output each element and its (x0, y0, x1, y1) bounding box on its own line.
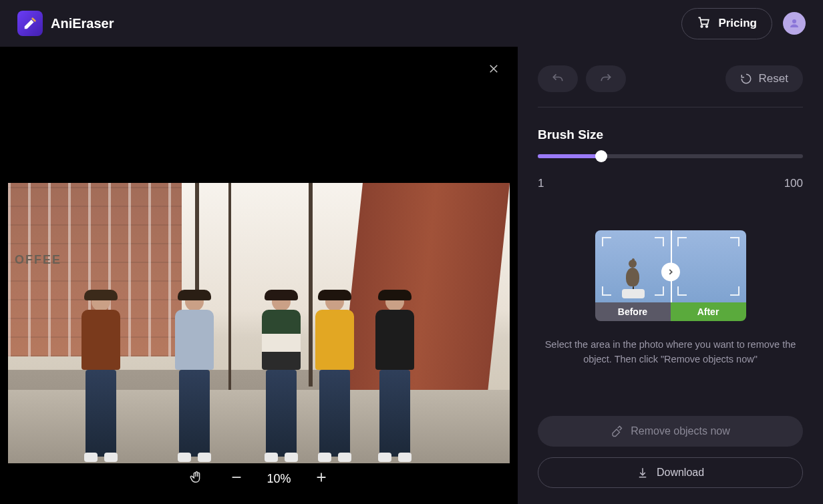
before-after-preview: Before After (595, 230, 746, 321)
close-canvas-button[interactable] (484, 60, 503, 79)
preview-after-label: After (671, 302, 746, 321)
reset-icon (740, 73, 752, 85)
reset-label: Reset (759, 72, 788, 85)
hand-icon (189, 470, 204, 485)
zoom-in-button[interactable] (311, 467, 331, 491)
canvas-image[interactable]: OFFEE (8, 183, 510, 463)
pan-tool-button[interactable] (186, 467, 206, 491)
svg-point-1 (706, 25, 708, 27)
redo-icon (599, 72, 613, 85)
svg-point-0 (701, 25, 703, 27)
remove-objects-label: Remove objects now (631, 425, 730, 437)
brush-max: 100 (784, 177, 803, 190)
zoom-value: 10% (267, 472, 291, 486)
redo-button[interactable] (586, 65, 626, 92)
main: OFFEE 10% (0, 47, 823, 504)
app-name: AniEraser (51, 16, 114, 31)
close-icon (488, 63, 500, 75)
history-buttons (538, 65, 626, 92)
photo-sign-text: OFFEE (15, 254, 61, 266)
chevron-right-icon (666, 267, 675, 276)
eraser-icon (611, 425, 623, 437)
reset-button[interactable]: Reset (725, 65, 803, 92)
action-buttons: Remove objects now Download (538, 416, 803, 488)
brush-slider-fill (538, 154, 601, 158)
pricing-button[interactable]: Pricing (681, 8, 772, 39)
brush-slider-labels: 1 100 (538, 177, 803, 190)
side-panel: Reset Brush Size 1 100 (518, 47, 823, 504)
header-actions: Pricing (681, 8, 806, 39)
app-header: AniEraser Pricing (0, 0, 823, 47)
brush-section: Brush Size 1 100 (538, 128, 803, 190)
undo-icon (551, 72, 564, 85)
plus-icon (314, 470, 329, 485)
preview-slider-handle[interactable] (661, 262, 680, 281)
preview-after (671, 230, 746, 302)
brush-slider[interactable] (538, 154, 803, 158)
panel-top: Reset (538, 65, 803, 107)
user-avatar[interactable] (783, 12, 806, 35)
zoom-out-button[interactable] (226, 467, 246, 491)
minus-icon (229, 470, 244, 485)
preview-before (595, 230, 671, 302)
instruction-text: Select the area in the photo where you w… (538, 337, 803, 367)
pricing-label: Pricing (718, 17, 757, 30)
undo-button[interactable] (538, 65, 578, 92)
preview-before-label: Before (595, 302, 671, 321)
brush-min: 1 (538, 177, 544, 190)
download-button[interactable]: Download (538, 457, 803, 488)
download-label: Download (657, 467, 704, 479)
user-icon (788, 17, 800, 29)
canvas-area: OFFEE 10% (0, 47, 518, 504)
cart-icon (697, 15, 710, 32)
download-icon (637, 467, 649, 479)
remove-objects-button[interactable]: Remove objects now (538, 416, 803, 447)
brush-slider-thumb[interactable] (595, 150, 607, 162)
svg-point-2 (792, 19, 796, 23)
app-logo-icon (17, 11, 43, 36)
zoom-toolbar: 10% (0, 467, 518, 491)
brush-title: Brush Size (538, 128, 803, 142)
brand: AniEraser (17, 11, 114, 36)
